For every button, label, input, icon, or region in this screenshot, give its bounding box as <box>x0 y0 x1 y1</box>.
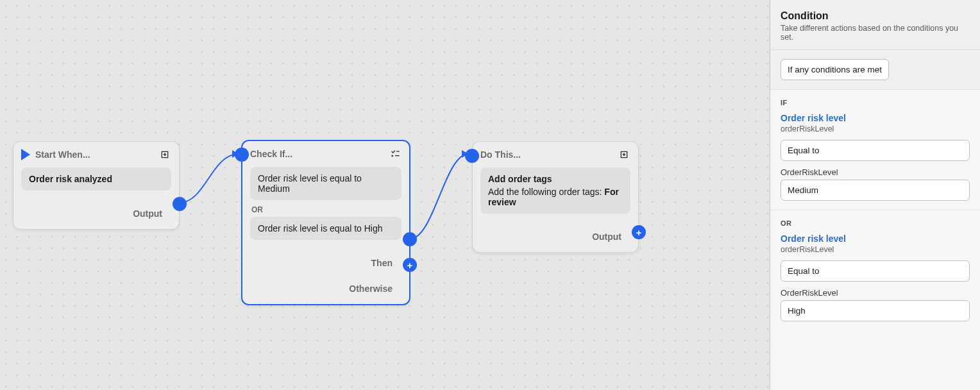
import-icon[interactable] <box>618 148 630 161</box>
node-check-if[interactable]: Check If... Order risk level is equal to… <box>241 140 410 305</box>
condition-icon <box>389 148 401 160</box>
input-port[interactable] <box>235 148 249 162</box>
trigger-label: Order risk analyzed <box>29 174 112 184</box>
operator-select[interactable]: Equal to <box>781 260 970 282</box>
criteria-link[interactable]: Order risk level <box>781 113 970 123</box>
criteria-key: orderRiskLevel <box>781 245 970 254</box>
workflow-canvas[interactable]: Start When... Order risk analyzed Output… <box>0 0 770 390</box>
condition-pill-2[interactable]: Order risk level is equal to High <box>250 217 401 240</box>
condition-text: Order risk level is equal to High <box>258 223 383 233</box>
value-field-label: OrderRiskLevel <box>781 167 970 177</box>
play-icon <box>21 149 30 160</box>
value-select[interactable]: High <box>781 300 970 321</box>
otherwise-label: Otherwise <box>349 284 393 294</box>
condition-text: Order risk level is equal to Medium <box>258 173 362 194</box>
side-panel: Condition Take different actions based o… <box>770 0 980 390</box>
input-port[interactable] <box>465 149 479 163</box>
condition-1: IF Order risk level orderRiskLevel Equal… <box>770 90 980 210</box>
panel-header: Condition Take different actions based o… <box>770 0 980 50</box>
if-label: IF <box>781 99 970 106</box>
panel-subtitle: Take different actions based on the cond… <box>781 24 970 42</box>
node-title: Do This... <box>480 149 612 160</box>
node-do-this[interactable]: Do This... Add order tags Add the follow… <box>472 141 639 253</box>
otherwise-port-add[interactable]: + <box>403 258 417 272</box>
or-label: OR <box>781 219 970 227</box>
import-icon[interactable] <box>158 148 171 161</box>
then-label: Then <box>371 258 393 268</box>
mode-section: If any conditions are met <box>770 50 980 90</box>
output-label: Output <box>133 208 162 219</box>
operator-select[interactable]: Equal to <box>781 140 970 161</box>
action-pill[interactable]: Add order tags Add the following order t… <box>480 167 630 214</box>
value-field-label: OrderRiskLevel <box>781 288 970 298</box>
output-port-add[interactable]: + <box>632 225 646 239</box>
condition-pill-1[interactable]: Order risk level is equal to Medium <box>250 167 401 200</box>
condition-2: OR Order risk level orderRiskLevel Equal… <box>770 210 980 330</box>
output-label: Output <box>592 232 621 242</box>
then-port[interactable] <box>403 232 417 246</box>
trigger-pill[interactable]: Order risk analyzed <box>21 167 171 191</box>
mode-select[interactable]: If any conditions are met <box>781 59 889 80</box>
or-label: OR <box>250 203 401 217</box>
criteria-key: orderRiskLevel <box>781 124 970 133</box>
value-select[interactable]: Medium <box>781 180 970 201</box>
criteria-link[interactable]: Order risk level <box>781 233 970 244</box>
node-title: Start When... <box>35 149 153 160</box>
action-title: Add order tags <box>488 174 623 184</box>
node-title: Check If... <box>250 149 384 159</box>
node-start-when[interactable]: Start When... Order risk analyzed Output <box>13 141 180 230</box>
action-desc: Add the following order tags: For review <box>488 187 623 207</box>
output-port[interactable] <box>173 197 187 211</box>
panel-title: Condition <box>781 10 970 22</box>
